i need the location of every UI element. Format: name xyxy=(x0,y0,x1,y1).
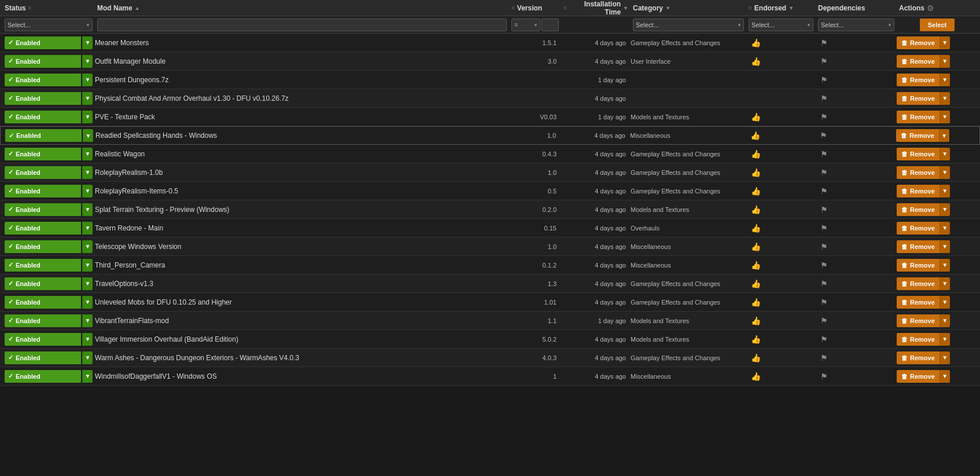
remove-button-7[interactable]: 🗑 Remove xyxy=(897,148,940,160)
thumbs-up-icon[interactable]: 👍 xyxy=(746,112,765,122)
remove-button-14[interactable]: 🗑 Remove xyxy=(897,277,940,290)
enabled-button-8[interactable]: ✓ Enabled xyxy=(5,166,81,179)
thumbs-up-icon[interactable]: 👍 xyxy=(746,298,765,307)
remove-button-1[interactable]: 🗑 Remove xyxy=(897,36,940,49)
enabled-dropdown-19[interactable]: ▼ xyxy=(82,370,93,383)
remove-button-19[interactable]: 🗑 Remove xyxy=(897,370,940,383)
install-sort-icon[interactable]: ▼ xyxy=(623,5,628,11)
thumbs-up-icon[interactable]: 👍 xyxy=(746,353,765,363)
enabled-dropdown-10[interactable]: ▼ xyxy=(82,203,93,216)
remove-dropdown-4[interactable]: ▼ xyxy=(940,92,950,105)
thumbs-up-icon[interactable]: 👍 xyxy=(746,57,765,66)
enabled-dropdown-6[interactable]: ▼ xyxy=(83,129,93,142)
enabled-button-10[interactable]: ✓ Enabled xyxy=(5,203,81,216)
remove-button-12[interactable]: 🗑 Remove xyxy=(897,240,940,253)
enabled-button-4[interactable]: ✓ Enabled xyxy=(5,92,81,105)
remove-button-5[interactable]: 🗑 Remove xyxy=(897,111,940,123)
enabled-dropdown-2[interactable]: ▼ xyxy=(82,55,93,68)
enabled-button-11[interactable]: ✓ Enabled xyxy=(5,222,81,235)
enabled-button-5[interactable]: ✓ Enabled xyxy=(5,111,81,123)
remove-dropdown-6[interactable]: ▼ xyxy=(939,129,949,142)
remove-dropdown-15[interactable]: ▼ xyxy=(940,296,950,309)
deps-icon[interactable]: ⚑ xyxy=(816,149,832,159)
enabled-button-18[interactable]: ✓ Enabled xyxy=(5,351,81,364)
remove-dropdown-17[interactable]: ▼ xyxy=(940,333,950,346)
remove-dropdown-13[interactable]: ▼ xyxy=(940,259,950,272)
version-op-select[interactable]: = > < xyxy=(511,19,540,31)
remove-button-10[interactable]: 🗑 Remove xyxy=(897,203,940,216)
actions-gear-button[interactable]: ⚙ xyxy=(927,3,934,13)
remove-dropdown-12[interactable]: ▼ xyxy=(940,240,950,253)
enabled-button-3[interactable]: ✓ Enabled xyxy=(5,74,81,86)
thumbs-up-icon[interactable]: 👍 xyxy=(746,224,765,233)
remove-dropdown-9[interactable]: ▼ xyxy=(940,185,950,197)
deps-icon[interactable]: ⚑ xyxy=(816,279,832,288)
remove-dropdown-11[interactable]: ▼ xyxy=(940,222,950,235)
remove-button-3[interactable]: 🗑 Remove xyxy=(897,74,940,86)
thumbs-up-icon[interactable]: 👍 xyxy=(746,316,765,325)
thumbs-up-icon[interactable]: 👍 xyxy=(746,131,765,140)
remove-button-15[interactable]: 🗑 Remove xyxy=(897,296,940,309)
remove-dropdown-2[interactable]: ▼ xyxy=(940,55,950,68)
deps-icon[interactable]: ⚑ xyxy=(816,242,832,251)
enabled-dropdown-4[interactable]: ▼ xyxy=(82,92,93,105)
thumbs-up-icon[interactable]: 👍 xyxy=(746,149,765,159)
deps-icon[interactable]: ⚑ xyxy=(816,261,832,270)
version-filter-input[interactable] xyxy=(541,19,559,31)
thumbs-up-icon[interactable]: 👍 xyxy=(746,242,765,251)
enabled-button-14[interactable]: ✓ Enabled xyxy=(5,277,81,290)
enabled-button-9[interactable]: ✓ Enabled xyxy=(5,185,81,197)
enabled-dropdown-3[interactable]: ▼ xyxy=(82,74,93,86)
deps-icon[interactable]: ⚑ xyxy=(816,94,832,103)
remove-button-4[interactable]: 🗑 Remove xyxy=(897,92,940,105)
deps-icon[interactable]: ⚑ xyxy=(816,353,832,363)
endorsed-filter-icon[interactable]: ≡ xyxy=(749,5,752,11)
select-button[interactable]: Select xyxy=(920,19,955,31)
remove-button-9[interactable]: 🗑 Remove xyxy=(897,185,940,197)
enabled-button-1[interactable]: ✓ Enabled xyxy=(5,36,81,49)
deps-icon[interactable]: ⚑ xyxy=(816,168,832,177)
enabled-dropdown-17[interactable]: ▼ xyxy=(82,333,93,346)
enabled-dropdown-5[interactable]: ▼ xyxy=(82,111,93,123)
deps-icon[interactable]: ⚑ xyxy=(816,224,832,233)
deps-icon[interactable]: ⚑ xyxy=(816,372,832,381)
deps-icon[interactable]: ⚑ xyxy=(816,57,832,66)
remove-button-11[interactable]: 🗑 Remove xyxy=(897,222,940,235)
remove-dropdown-18[interactable]: ▼ xyxy=(940,351,950,364)
enabled-dropdown-11[interactable]: ▼ xyxy=(82,222,93,235)
remove-button-16[interactable]: 🗑 Remove xyxy=(897,314,940,327)
status-filter-icon[interactable]: ≡ xyxy=(28,5,32,11)
deps-icon[interactable]: ⚑ xyxy=(816,112,832,122)
deps-icon[interactable]: ⚑ xyxy=(816,38,832,47)
enabled-dropdown-8[interactable]: ▼ xyxy=(82,166,93,179)
enabled-dropdown-14[interactable]: ▼ xyxy=(82,277,93,290)
enabled-button-2[interactable]: ✓ Enabled xyxy=(5,55,81,68)
modname-filter-input[interactable] xyxy=(97,19,507,31)
enabled-button-19[interactable]: ✓ Enabled xyxy=(5,370,81,383)
enabled-dropdown-9[interactable]: ▼ xyxy=(82,185,93,197)
deps-icon[interactable]: ⚑ xyxy=(816,75,832,85)
deps-icon[interactable]: ⚑ xyxy=(816,205,832,214)
category-filter-select[interactable]: Select... Gameplay Effects and Changes U… xyxy=(633,19,744,31)
endorsed-filter-select[interactable]: Select... xyxy=(749,19,813,31)
thumbs-up-icon[interactable]: 👍 xyxy=(746,38,765,47)
deps-icon[interactable]: ⚑ xyxy=(816,335,832,344)
remove-dropdown-1[interactable]: ▼ xyxy=(940,36,950,49)
remove-button-17[interactable]: 🗑 Remove xyxy=(897,333,940,346)
remove-dropdown-10[interactable]: ▼ xyxy=(940,203,950,216)
remove-dropdown-14[interactable]: ▼ xyxy=(940,277,950,290)
remove-dropdown-7[interactable]: ▼ xyxy=(940,148,950,160)
enabled-button-16[interactable]: ✓ Enabled xyxy=(5,314,81,327)
remove-button-8[interactable]: 🗑 Remove xyxy=(897,166,940,179)
remove-dropdown-16[interactable]: ▼ xyxy=(940,314,950,327)
enabled-dropdown-13[interactable]: ▼ xyxy=(82,259,93,272)
enabled-button-15[interactable]: ✓ Enabled xyxy=(5,296,81,309)
deps-icon[interactable]: ⚑ xyxy=(815,131,832,140)
modname-sort-icon[interactable]: ▲ xyxy=(135,5,140,11)
thumbs-up-icon[interactable]: 👍 xyxy=(746,168,765,177)
thumbs-up-icon[interactable]: 👍 xyxy=(746,279,765,288)
remove-button-6[interactable]: 🗑 Remove xyxy=(896,129,939,142)
enabled-button-13[interactable]: ✓ Enabled xyxy=(5,259,81,272)
endorsed-sort-icon[interactable]: ▼ xyxy=(789,5,794,11)
enabled-button-6[interactable]: ✓ Enabled xyxy=(5,129,82,142)
